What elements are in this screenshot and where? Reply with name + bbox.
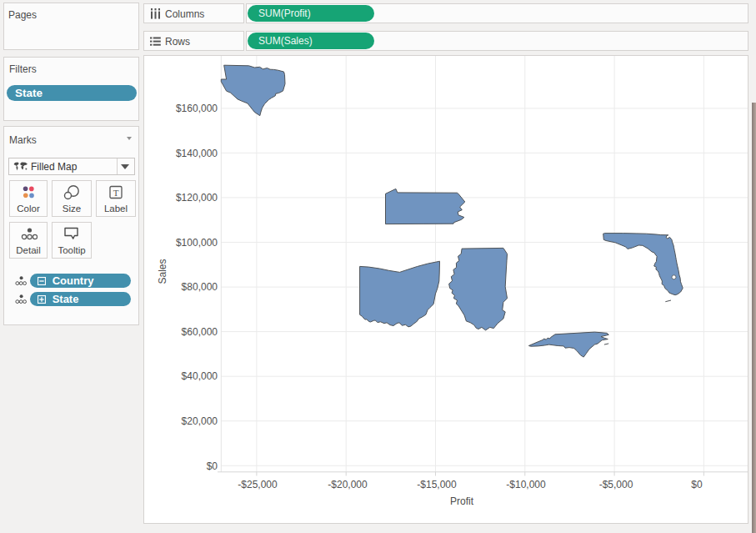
svg-text:T: T [113,188,119,198]
